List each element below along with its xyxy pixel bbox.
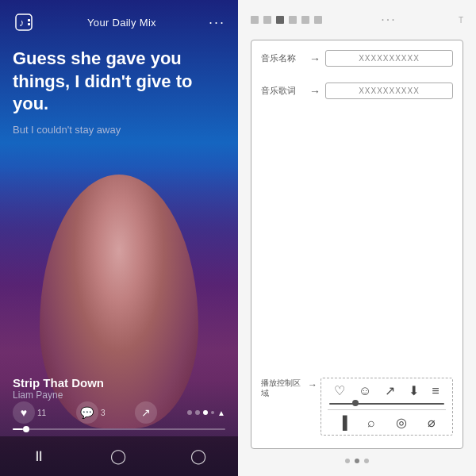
arrow-icon-2: → — [309, 85, 321, 98]
like-count: 11 — [37, 409, 46, 417]
sq-4 — [301, 16, 309, 24]
chevron-up-icon[interactable]: ▲ — [217, 409, 225, 417]
search-icon: ◯ — [110, 447, 126, 465]
wf-headphone-icon[interactable]: ◎ — [396, 415, 407, 430]
wf-user-icon[interactable]: ⌀ — [428, 415, 436, 430]
wf-smiley-icon[interactable]: ☺ — [359, 384, 371, 398]
user-icon: ◯ — [190, 447, 206, 465]
right-panel: ··· T 音乐名称 → XXXXXXXXXX 音乐歌词 → XXXXXXXXX… — [238, 0, 476, 476]
sq-5 — [314, 16, 322, 24]
wf-progress-handle[interactable] — [352, 400, 359, 406]
dot-2 — [195, 410, 200, 415]
wf-bar-chart-icon[interactable]: ▐ — [338, 416, 347, 430]
indicator-dots — [251, 16, 322, 24]
music-name-field[interactable]: XXXXXXXXXX — [325, 50, 453, 67]
wf-heart-icon[interactable]: ♡ — [334, 383, 345, 398]
music-lyrics-row: 音乐歌词 → XXXXXXXXXX — [261, 83, 453, 99]
dot-active — [203, 410, 208, 415]
music-lyrics-field[interactable]: XXXXXXXXXX — [325, 83, 453, 99]
search-button[interactable]: ◯ — [110, 447, 126, 465]
svg-rect-2 — [28, 19, 30, 21]
progress-dots: ▲ — [187, 409, 225, 417]
song-title: Strip That Down — [13, 376, 104, 390]
song-artist: Liam Payne — [13, 390, 104, 401]
svg-text:♪: ♪ — [19, 17, 25, 29]
action-row: ♥ 11 💬 3 ↗ ▲ — [13, 401, 225, 424]
wf-divider — [328, 409, 446, 410]
svg-rect-3 — [28, 23, 30, 25]
playback-section: 播放控制区域 → ♡ ☺ ↗ ⬇ ≡ — [261, 378, 453, 439]
bottom-controls: ♥ 11 💬 3 ↗ ▲ — [0, 401, 238, 436]
arrow-icon-1: → — [309, 52, 321, 65]
dot-4 — [211, 411, 214, 414]
song-info: Strip That Down Liam Payne — [13, 376, 104, 401]
wireframe-container: 音乐名称 → XXXXXXXXXX 音乐歌词 → XXXXXXXXXX 播放控制… — [251, 40, 463, 449]
wf-bottom-row: ▐ ⌕ ◎ ⌀ — [328, 415, 446, 430]
header-more-icon[interactable]: ··· — [209, 14, 225, 31]
playback-label-row: 播放控制区域 → ♡ ☺ ↗ ⬇ ≡ — [261, 378, 453, 436]
right-footer-dots — [251, 459, 463, 463]
lyrics-section: Guess she gave you things, I didn't give… — [13, 48, 225, 136]
progress-handle[interactable] — [23, 426, 29, 432]
spacer — [261, 115, 453, 378]
footer-dot-3 — [364, 459, 369, 463]
sq-active — [276, 16, 284, 24]
right-more-icon[interactable]: ··· — [381, 13, 396, 27]
pause-icon: ⏸ — [32, 448, 46, 465]
profile-button[interactable]: ◯ — [190, 447, 206, 465]
nav-bar: ⏸ ◯ ◯ — [0, 436, 238, 476]
left-panel: ♪ Your Daily Mix ··· Guess she gave you … — [0, 0, 238, 476]
wf-search-icon[interactable]: ⌕ — [367, 416, 375, 430]
header-bar: ♪ Your Daily Mix ··· — [0, 0, 238, 44]
progress-fill — [13, 428, 23, 430]
wf-list-icon[interactable]: ≡ — [432, 384, 439, 398]
sq-1 — [251, 16, 259, 24]
controls-box: ♡ ☺ ↗ ⬇ ≡ ▐ ⌕ ◎ — [321, 378, 453, 436]
wf-download-icon[interactable]: ⬇ — [409, 383, 419, 398]
playback-label: 播放控制区域 — [261, 378, 305, 398]
music-lyrics-label: 音乐歌词 — [261, 85, 305, 97]
music-icon[interactable]: ♪ — [13, 11, 35, 33]
lyrics-sub-text: But I couldn't stay away — [13, 124, 225, 136]
footer-dot-1 — [345, 459, 350, 463]
share-button[interactable]: ↗ — [135, 401, 157, 424]
right-label-T: T — [459, 16, 463, 25]
like-button[interactable]: ♥ 11 — [13, 401, 46, 424]
lyrics-main-text: Guess she gave you things, I didn't give… — [13, 48, 225, 116]
share-icon[interactable]: ↗ — [135, 401, 157, 424]
wf-share-icon[interactable]: ↗ — [385, 383, 395, 398]
comment-icon[interactable]: 💬 — [76, 401, 98, 424]
controls-top-row: ♡ ☺ ↗ ⬇ ≡ — [328, 383, 446, 398]
comment-button[interactable]: 💬 3 — [76, 401, 106, 424]
right-header: ··· T — [251, 13, 463, 27]
footer-dot-active — [355, 459, 359, 463]
music-name-label: 音乐名称 — [261, 52, 305, 64]
play-pause-button[interactable]: ⏸ — [32, 448, 46, 465]
wf-progress-bar[interactable] — [329, 403, 444, 405]
heart-icon[interactable]: ♥ — [13, 401, 35, 424]
dot-1 — [187, 410, 192, 415]
music-name-row: 音乐名称 → XXXXXXXXXX — [261, 50, 453, 67]
comment-count: 3 — [101, 409, 106, 417]
progress-bar[interactable] — [13, 428, 225, 430]
sq-2 — [263, 16, 271, 24]
sq-3 — [289, 16, 297, 24]
header-title: Your Daily Mix — [87, 17, 156, 29]
arrow-icon-3: → — [308, 379, 317, 390]
